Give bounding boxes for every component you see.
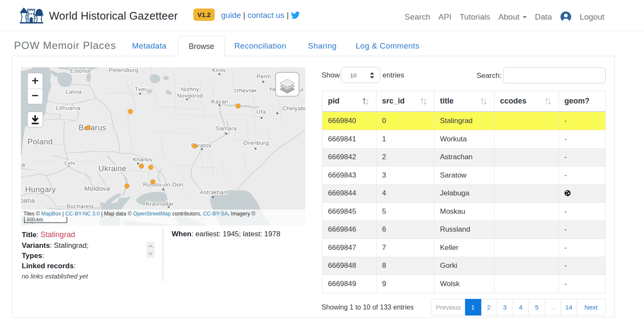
svg-text:Rostov-on-Don: Rostov-on-Don: [143, 181, 184, 188]
svg-text:oatia: oatia: [21, 197, 35, 204]
svg-text:Ukraine: Ukraine: [98, 164, 126, 173]
svg-text:Izhevsk: Izhevsk: [234, 87, 255, 94]
svg-text:Kazan: Kazan: [211, 98, 228, 105]
svg-text:Bucharest: Bucharest: [66, 203, 93, 209]
svg-text:Novgorod: Novgorod: [177, 92, 203, 99]
svg-text:Perm: Perm: [256, 73, 270, 80]
svg-text:Krasnodar: Krasnodar: [146, 201, 174, 207]
svg-text:Belarus: Belarus: [79, 123, 106, 132]
svg-text:Petersburg: Petersburg: [109, 67, 138, 73]
svg-text:Astrakhan: Astrakhan: [200, 189, 227, 195]
svg-text:Lviv: Lviv: [64, 160, 75, 166]
svg-text:Tver: Tver: [135, 86, 147, 92]
svg-text:Estonia: Estonia: [70, 68, 90, 74]
svg-text:ia: ia: [21, 161, 25, 168]
svg-text:Samara: Samara: [216, 125, 236, 132]
svg-text:Lithuania: Lithuania: [56, 105, 80, 111]
svg-text:Kirov: Kirov: [212, 67, 226, 73]
svg-text:Chelyabin: Chelyabin: [282, 105, 305, 112]
svg-text:Poland: Poland: [27, 137, 52, 146]
svg-text:Latvia: Latvia: [66, 89, 82, 95]
svg-text:Kharkiv: Kharkiv: [132, 156, 152, 163]
svg-text:Ye: Ye: [269, 86, 276, 92]
svg-text:Moldova: Moldova: [84, 185, 110, 192]
svg-text:Nizhny: Nizhny: [181, 86, 199, 92]
svg-text:Orenburg: Orenburg: [243, 140, 268, 146]
svg-text:Hungary: Hungary: [25, 185, 56, 194]
svg-text:Ufa: Ufa: [256, 109, 266, 115]
